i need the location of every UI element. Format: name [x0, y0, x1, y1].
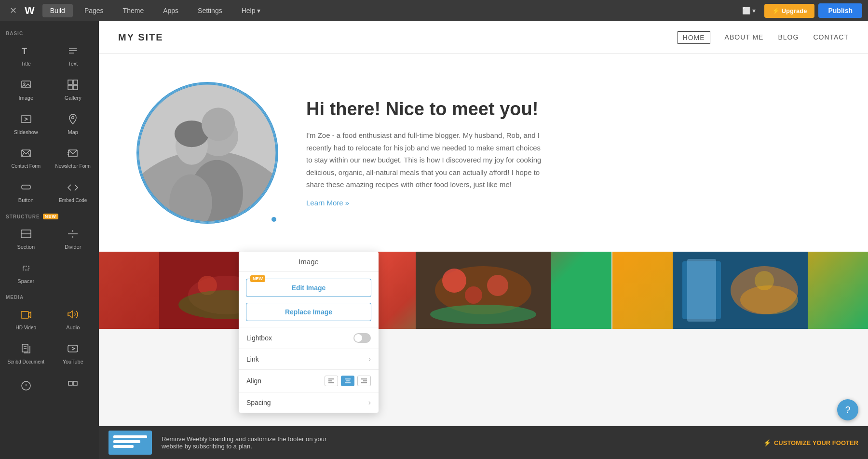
align-center-button[interactable] [341, 376, 354, 386]
svg-text:T: T [22, 46, 27, 56]
sidebar-item-newsletter-form[interactable]: Newsletter Form [50, 142, 96, 175]
audio-icon [67, 309, 79, 322]
sidebar-item-gallery[interactable]: Gallery [50, 73, 96, 107]
replace-image-button[interactable]: Replace Image [246, 303, 371, 321]
sidebar-label-audio: Audio [66, 324, 80, 330]
sidebar-label-slideshow: Slideshow [14, 129, 38, 135]
lightbox-toggle[interactable] [353, 333, 371, 343]
sidebar-item-slideshow[interactable]: Slideshow [3, 108, 49, 141]
footer-preview-lines [113, 435, 147, 450]
nav-tab-settings[interactable]: Settings [190, 4, 230, 17]
learn-more-link[interactable]: Learn More » [306, 199, 547, 207]
svg-point-63 [487, 275, 508, 296]
spacer-icon [20, 262, 32, 275]
svg-rect-27 [22, 344, 28, 352]
sidebar-item-scribd[interactable]: Scribd Document [3, 337, 49, 370]
more2-icon [67, 380, 79, 393]
svg-point-69 [740, 285, 798, 314]
structure-section-label: STRUCTURE NEW [0, 209, 99, 222]
sidebar-item-title[interactable]: T Title [3, 39, 49, 72]
align-left-button[interactable] [325, 376, 338, 386]
image-icon [20, 79, 32, 92]
svg-rect-10 [21, 116, 31, 122]
embed-code-icon [67, 182, 79, 195]
sidebar-item-contact-form[interactable]: Contact Form [3, 142, 49, 175]
popup-title: Image [239, 252, 379, 272]
sidebar-item-button[interactable]: Button [3, 176, 49, 209]
nav-tab-apps[interactable]: Apps [155, 4, 186, 17]
edit-image-button[interactable]: NEW Edit Image [246, 279, 371, 297]
slideshow-icon [20, 113, 32, 126]
close-button[interactable]: ✕ [6, 3, 21, 18]
svg-rect-18 [22, 185, 30, 189]
sidebar-item-image[interactable]: Image [3, 73, 49, 107]
food-svg-3 [673, 252, 808, 329]
sidebar-label-scribd: Scribd Document [7, 359, 44, 364]
nav-about[interactable]: ABOUT ME [725, 31, 764, 44]
basic-section-label: BASIC [0, 26, 99, 39]
page-area: Hi there! Nice to meet you! I'm Zoe - a … [99, 54, 868, 426]
footer-line-1 [113, 435, 147, 438]
more1-icon [20, 380, 32, 393]
sidebar-label-spacer: Spacer [17, 278, 34, 284]
youtube-icon [67, 343, 79, 356]
sidebar-item-more2[interactable] [50, 374, 96, 399]
nav-tab-pages[interactable]: Pages [77, 4, 111, 17]
sidebar-item-spacer[interactable]: Spacer [3, 256, 49, 290]
nav-tab-help[interactable]: Help ▾ [234, 4, 269, 17]
sidebar-label-map: Map [68, 129, 78, 135]
hero-image-container[interactable] [137, 83, 277, 223]
svg-rect-34 [68, 381, 72, 385]
basic-items-grid: T Title Text Image Gallery [0, 39, 99, 209]
section-icon [20, 228, 32, 241]
svg-point-62 [465, 286, 482, 304]
help-fab-button[interactable]: ? [837, 399, 858, 420]
nav-tab-build[interactable]: Build [42, 4, 73, 17]
lightbox-row[interactable]: Lightbox [239, 327, 379, 349]
new-badge: NEW [43, 214, 58, 219]
nav-home[interactable]: HOME [678, 31, 710, 44]
hero-image[interactable] [137, 83, 277, 223]
device-toggle[interactable]: ⬜ ▾ [737, 4, 760, 17]
link-row[interactable]: Link › [239, 349, 379, 369]
sidebar-item-hd-video[interactable]: HD Video [3, 303, 49, 336]
nav-contact[interactable]: CONTACT [813, 31, 849, 44]
site-title: MY SITE [118, 32, 678, 43]
image-resize-handle[interactable] [271, 217, 276, 222]
sidebar-item-text[interactable]: Text [50, 39, 96, 72]
sidebar-item-embed-code[interactable]: Embed Code [50, 176, 96, 209]
svg-point-64 [430, 305, 536, 324]
sidebar-item-audio[interactable]: Audio [50, 303, 96, 336]
hero-heading: Hi there! Nice to meet you! [306, 99, 547, 120]
svg-rect-4 [22, 81, 30, 88]
contact-form-icon [20, 148, 32, 161]
sidebar-item-youtube[interactable]: YouTube [50, 337, 96, 370]
hd-video-icon [20, 309, 32, 322]
upgrade-button[interactable]: ⚡ Upgrade [764, 4, 814, 18]
sidebar-item-section[interactable]: Section [3, 222, 49, 256]
sidebar-label-text: Text [68, 61, 78, 67]
footer-text: Remove Weebly branding and customize the… [162, 435, 754, 450]
map-icon [67, 113, 79, 126]
publish-button[interactable]: Publish [818, 3, 862, 18]
customize-footer-button[interactable]: ⚡ CUSTOMIZE YOUR FOOTER [763, 439, 858, 446]
svg-rect-6 [68, 80, 72, 84]
svg-point-70 [755, 271, 774, 290]
toggle-knob [354, 334, 362, 342]
main-area: BASIC T Title Text Image [0, 21, 868, 459]
svg-rect-8 [68, 85, 72, 90]
align-right-button[interactable] [357, 376, 371, 386]
structure-items-grid: Section Divider Spacer [0, 222, 99, 290]
nav-blog[interactable]: BLOG [778, 31, 799, 44]
sidebar-label-embed-code: Embed Code [59, 198, 87, 203]
food-images-row [99, 252, 868, 329]
sidebar-label-button: Button [18, 197, 34, 203]
site-header: MY SITE HOME ABOUT ME BLOG CONTACT [99, 21, 868, 54]
sidebar-item-more1[interactable] [3, 374, 49, 399]
sidebar-item-divider[interactable]: Divider [50, 222, 96, 256]
sidebar-item-map[interactable]: Map [50, 108, 96, 141]
gallery-icon [67, 79, 79, 92]
spacing-row[interactable]: Spacing › [239, 392, 379, 413]
nav-tab-theme[interactable]: Theme [115, 4, 152, 17]
food-svg-2 [416, 252, 551, 329]
